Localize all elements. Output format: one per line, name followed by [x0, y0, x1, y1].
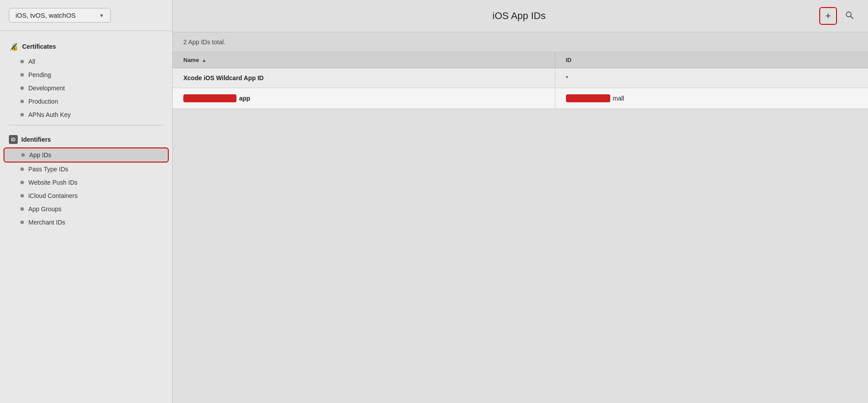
search-icon — [845, 11, 854, 22]
sidebar-item-label: Website Push IDs — [28, 179, 78, 186]
platform-label: iOS, tvOS, watchOS — [16, 12, 95, 19]
chevron-down-icon: ▼ — [99, 13, 104, 18]
sort-arrow-icon: ▲ — [202, 58, 206, 63]
app-ids-table: Name ▲ ID Xcode iOS Wildcard App ID * — [173, 52, 868, 109]
sidebar-header: iOS, tvOS, watchOS ▼ — [0, 0, 172, 31]
sidebar-nav: 🔏 Certificates All Pending Development P… — [0, 31, 172, 403]
table-header-name[interactable]: Name ▲ — [173, 52, 555, 68]
dot-icon — [20, 207, 24, 211]
table-cell-id: * — [555, 68, 868, 88]
dot-icon — [21, 153, 25, 157]
identifiers-icon: ID — [9, 135, 18, 144]
sidebar-item-label: iCloud Containers — [28, 192, 78, 199]
main-body: 2 App IDs total. Name ▲ ID Xcode iOS Wil… — [173, 32, 868, 403]
sidebar-item-label: Pending — [28, 71, 51, 78]
sidebar-item-label: App Groups — [28, 205, 62, 213]
sidebar-item-app-groups[interactable]: App Groups — [4, 202, 169, 216]
svg-line-1 — [851, 16, 853, 19]
dot-icon — [20, 221, 24, 224]
table-cell-name: Xcode iOS Wildcard App ID — [173, 68, 555, 88]
table-header-id[interactable]: ID — [555, 52, 868, 68]
sidebar-divider — [9, 125, 163, 125]
sidebar-item-label: Development — [28, 85, 65, 92]
identifiers-section-header: ID Identifiers — [0, 129, 172, 147]
sidebar-item-label: All — [28, 58, 35, 65]
summary-text: 2 App IDs total. — [183, 39, 225, 46]
dot-icon — [20, 100, 24, 103]
dot-icon — [20, 86, 24, 90]
redacted-name-block — [183, 94, 236, 102]
platform-selector[interactable]: iOS, tvOS, watchOS ▼ — [9, 8, 111, 23]
table-header: Name ▲ ID — [173, 52, 868, 68]
table-row[interactable]: app mall — [173, 88, 868, 109]
sidebar-item-pending[interactable]: Pending — [4, 68, 169, 81]
dot-icon — [20, 181, 24, 184]
sidebar-item-apns[interactable]: APNs Auth Key — [4, 108, 169, 121]
sidebar-item-label: Pass Type IDs — [28, 166, 68, 173]
table-cell-name: app — [173, 88, 555, 108]
search-button[interactable] — [841, 8, 857, 24]
identifiers-section-title: Identifiers — [21, 136, 51, 143]
sidebar-item-website-push-ids[interactable]: Website Push IDs — [4, 176, 169, 189]
sidebar-item-merchant-ids[interactable]: Merchant IDs — [4, 216, 169, 229]
main-content: iOS App IDs + 2 App IDs total. — [173, 0, 868, 403]
sidebar: iOS, tvOS, watchOS ▼ 🔏 Certificates All … — [0, 0, 173, 403]
dot-icon — [20, 167, 24, 171]
main-header: iOS App IDs + — [173, 0, 868, 32]
sidebar-item-pass-type-ids[interactable]: Pass Type IDs — [4, 163, 169, 176]
add-button[interactable]: + — [819, 7, 837, 25]
dot-icon — [20, 113, 24, 116]
summary-bar: 2 App IDs total. — [173, 32, 868, 52]
sidebar-item-production[interactable]: Production — [4, 95, 169, 108]
dot-icon — [20, 73, 24, 77]
table-row[interactable]: Xcode iOS Wildcard App ID * — [173, 68, 868, 88]
sidebar-item-icloud-containers[interactable]: iCloud Containers — [4, 189, 169, 202]
certificates-section-title: Certificates — [22, 43, 56, 50]
dot-icon — [20, 60, 24, 63]
table-cell-id: mall — [555, 88, 868, 108]
certificates-section-header: 🔏 Certificates — [0, 35, 172, 55]
dot-icon — [20, 194, 24, 198]
header-actions: + — [819, 7, 857, 25]
sidebar-item-label: Merchant IDs — [28, 219, 65, 226]
certificates-icon: 🔏 — [9, 42, 19, 51]
sidebar-item-label: App IDs — [29, 151, 51, 159]
sidebar-item-app-ids[interactable]: App IDs — [4, 147, 169, 163]
plus-icon: + — [825, 10, 831, 22]
sidebar-item-label: APNs Auth Key — [28, 111, 71, 118]
page-title: iOS App IDs — [219, 10, 819, 22]
sidebar-item-label: Production — [28, 98, 58, 105]
sidebar-item-all[interactable]: All — [4, 55, 169, 68]
redacted-id-block — [566, 94, 610, 102]
sidebar-item-development[interactable]: Development — [4, 81, 169, 95]
